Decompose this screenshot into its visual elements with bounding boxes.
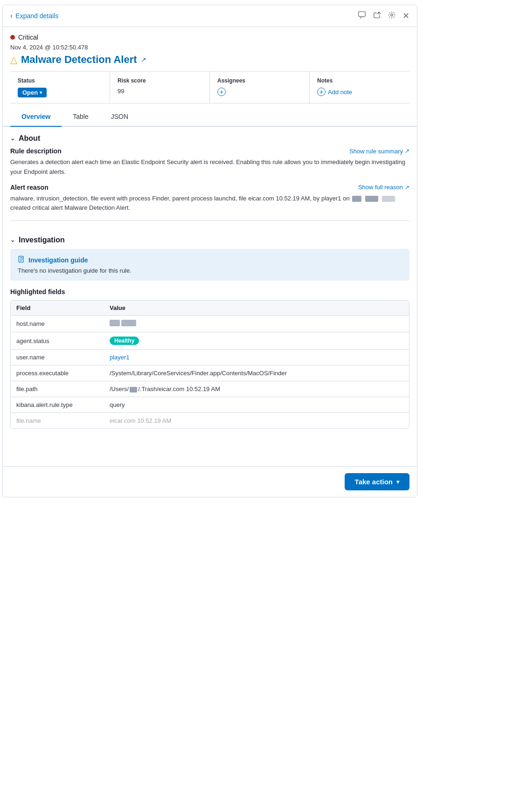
take-action-button[interactable]: Take action ▾ [345, 473, 409, 490]
severity-label: Critical [18, 34, 38, 41]
about-section-header[interactable]: ⌄ About [10, 127, 409, 147]
host-block-2 [121, 320, 136, 326]
status-cards: Status Open ▾ Risk score 99 Assignees + … [10, 71, 409, 103]
field-col-header: Field [16, 304, 110, 311]
value-agent-status: Healthy [110, 337, 403, 345]
field-file-path: file.path [16, 385, 110, 392]
about-label: About [19, 134, 40, 143]
rule-description-title: Rule description [10, 147, 62, 155]
main-content: ⌄ About Rule description Show rule summa… [3, 127, 417, 466]
investigation-guide-label: Investigation guide [28, 256, 88, 264]
value-file-name: eicar.com 10.52.19 AM [110, 417, 403, 424]
about-chevron: ⌄ [10, 135, 15, 142]
chat-icon[interactable] [358, 11, 366, 21]
alert-timestamp: Nov 4, 2024 @ 10:52:50.478 [10, 44, 409, 51]
show-rule-summary-link[interactable]: Show rule summary ↗ [349, 148, 409, 155]
expand-details-link[interactable]: ‹ Expand details [10, 12, 58, 20]
rule-description-header: Rule description Show rule summary ↗ [10, 147, 409, 155]
value-kibana-rule-type: query [110, 401, 403, 408]
critical-dot [10, 35, 15, 40]
share-icon[interactable] [373, 11, 381, 21]
redacted-hostname-1 [352, 196, 361, 202]
bottom-spacer [10, 429, 409, 466]
panel-header: ‹ Expand details ✕ [3, 5, 417, 27]
highlighted-fields-table: Field Value host.name agent.status Healt… [10, 300, 409, 429]
expand-details-label: Expand details [15, 12, 58, 20]
take-action-label: Take action [355, 478, 393, 486]
value-process-executable: /System/Library/CoreServices/Finder.app/… [110, 370, 403, 377]
alert-reason-text: malware, intrusion_detection, file event… [10, 194, 409, 213]
value-col-header: Value [110, 304, 403, 311]
table-row: file.path /Users//.Trash/eicar.com 10.52… [11, 381, 409, 397]
add-note-label: Add note [328, 89, 352, 96]
assignees-card: Assignees + [210, 72, 310, 103]
status-dropdown[interactable]: Open ▾ [18, 88, 47, 97]
value-host-name [110, 320, 403, 328]
risk-score-value: 99 [118, 88, 202, 95]
severity-badge: Critical [10, 34, 409, 41]
dropdown-chevron: ▾ [40, 90, 42, 95]
alert-title-row: △ Malware Detection Alert ↗ [10, 54, 409, 66]
investigation-guide-box: Investigation guide There's no investiga… [10, 249, 409, 281]
table-row: process.executable /System/Library/CoreS… [11, 365, 409, 381]
field-agent-status: agent.status [16, 337, 110, 344]
notes-card: Notes + Add note [310, 72, 409, 103]
external-arrow-icon: ↗ [405, 148, 409, 154]
status-value: Open [22, 89, 38, 96]
host-block-1 [110, 320, 120, 326]
external-arrow-reason-icon: ↗ [405, 184, 409, 191]
panel-footer: Take action ▾ [3, 466, 417, 497]
show-full-reason-label: Show full reason [358, 184, 403, 191]
header-icons: ✕ [358, 11, 409, 21]
svg-point-1 [391, 14, 393, 16]
show-rule-summary-label: Show rule summary [349, 148, 403, 155]
guide-book-icon [18, 255, 25, 264]
tab-table[interactable]: Table [62, 107, 99, 127]
field-user-name: user.name [16, 354, 110, 361]
value-file-path: /Users//.Trash/eicar.com 10.52.19 AM [110, 385, 403, 392]
tab-overview[interactable]: Overview [10, 107, 62, 127]
file-path-redacted [130, 387, 137, 392]
host-redacted-blocks [110, 320, 136, 326]
table-row: user.name player1 [11, 350, 409, 365]
field-file-name: file.name [16, 417, 110, 424]
rule-description-text: Generates a detection alert each time an… [10, 158, 409, 177]
alert-reason-text-before: malware, intrusion_detection, file event… [10, 195, 350, 202]
chevron-left-icon: ‹ [10, 12, 13, 20]
assignees-label: Assignees [217, 77, 302, 84]
svg-rect-0 [359, 12, 365, 17]
table-row: agent.status Healthy [11, 332, 409, 350]
investigation-label: Investigation [19, 236, 65, 244]
alert-title-text: Malware Detection Alert [21, 54, 137, 66]
tab-json[interactable]: JSON [100, 107, 139, 127]
alert-reason-text-after: created critical alert Malware Detection… [10, 204, 130, 211]
investigation-guide-title[interactable]: Investigation guide [18, 255, 402, 264]
external-link-icon[interactable]: ↗ [141, 56, 146, 63]
add-note-button[interactable]: + Add note [317, 88, 402, 96]
investigation-section-header[interactable]: ⌄ Investigation [10, 228, 409, 249]
fields-table-header: Field Value [11, 301, 409, 316]
tabs-bar: Overview Table JSON [3, 107, 417, 127]
redacted-hostname-2 [365, 196, 378, 202]
table-row: file.name eicar.com 10.52.19 AM [11, 413, 409, 428]
show-full-reason-link[interactable]: Show full reason ↗ [358, 184, 409, 191]
status-card: Status Open ▾ [10, 72, 110, 103]
status-label: Status [18, 77, 102, 84]
field-host-name: host.name [16, 320, 110, 327]
investigation-guide-text: There's no investigation guide for this … [18, 267, 402, 274]
add-assignee-button[interactable]: + [217, 88, 302, 96]
plus-circle-icon: + [217, 88, 226, 96]
field-process-executable: process.executable [16, 370, 110, 377]
risk-score-card: Risk score 99 [110, 72, 210, 103]
table-row: kibana.alert.rule.type query [11, 397, 409, 413]
alert-reason-title: Alert reason [10, 184, 49, 191]
alert-header: Critical Nov 4, 2024 @ 10:52:50.478 △ Ma… [3, 27, 417, 107]
field-kibana-rule-type: kibana.alert.rule.type [16, 401, 110, 408]
highlighted-fields-title: Highlighted fields [10, 288, 409, 296]
close-icon[interactable]: ✕ [402, 11, 409, 21]
settings-icon[interactable] [388, 11, 396, 21]
notes-label: Notes [317, 77, 402, 84]
risk-score-label: Risk score [118, 77, 202, 84]
value-user-name[interactable]: player1 [110, 354, 403, 361]
alert-reason-header: Alert reason Show full reason ↗ [10, 184, 409, 191]
